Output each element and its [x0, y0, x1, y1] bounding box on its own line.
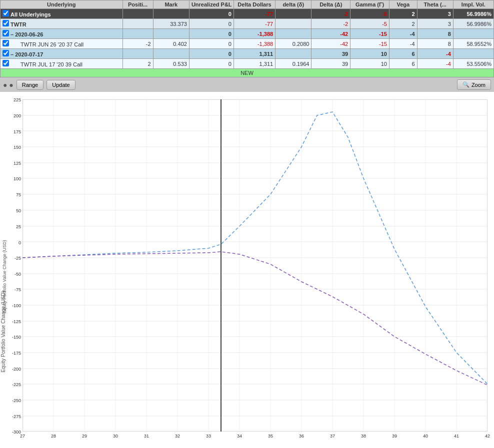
y-axis-title: Equity Portfolio Value Change (USD) [2, 240, 7, 314]
svg-text:200: 200 [14, 113, 21, 118]
row-opt2-delta-small: 0.1964 [276, 59, 312, 69]
row-opt1-unrealized-pnl: 0 [189, 39, 234, 49]
svg-text:50: 50 [16, 208, 21, 213]
row-exp2-delta-dollars: 1,311 [234, 49, 275, 59]
svg-text:100: 100 [14, 176, 21, 181]
row-twtr-delta-small [276, 19, 312, 29]
checkbox-opt1[interactable] [2, 40, 9, 46]
row-exp1-theta: 8 [417, 29, 453, 39]
row-opt2-unrealized-pnl: 0 [189, 59, 234, 69]
dots-indicator: ● ● [3, 81, 14, 89]
row-opt1-label-cell: TWTR JUN 26 '20 37 Call [0, 39, 123, 49]
row-twtr-delta-big: -2 [312, 19, 350, 29]
checkbox-opt2[interactable] [2, 60, 9, 66]
svg-text:41: 41 [454, 434, 459, 439]
row-twtr-position [122, 19, 153, 29]
col-header-delta-dollars: Delta Dollars [234, 0, 275, 9]
col-header-impl-vol: Impl. Vol. [453, 0, 494, 9]
row-opt1-gamma: -15 [350, 39, 390, 49]
expiry-label-exp2: – 2020-07-17 [10, 51, 43, 57]
portfolio-table: Underlying Positi... Mark Unrealized P&L… [0, 0, 494, 77]
svg-text:-225: -225 [12, 382, 21, 387]
row-exp1-mark [153, 29, 189, 39]
row-all-delta-dollars: -77 [234, 9, 275, 19]
svg-text:39: 39 [392, 434, 397, 439]
checkbox-all[interactable] [2, 10, 9, 16]
row-exp1-delta-dollars: -1,388 [234, 29, 275, 39]
expiry-label-exp1: – 2020-06-26 [10, 31, 43, 37]
svg-text:34: 34 [237, 434, 242, 439]
svg-text:175: 175 [14, 129, 21, 134]
svg-text:29: 29 [82, 434, 87, 439]
row-twtr-delta-dollars: -77 [234, 19, 275, 29]
col-header-position: Positi... [122, 0, 153, 9]
svg-text:27: 27 [20, 434, 25, 439]
chart-controls: ● ● Range Update 🔍 Zoom [0, 77, 494, 92]
svg-text:150: 150 [14, 145, 21, 150]
svg-text:38: 38 [361, 434, 366, 439]
row-twtr-label-cell: TWTR [0, 19, 123, 29]
row-opt1-vega: -4 [389, 39, 417, 49]
option-label-opt2: TWTR JUL 17 '20 39 Call [10, 61, 82, 67]
svg-text:35: 35 [268, 434, 273, 439]
row-opt2-mark: 0.533 [153, 59, 189, 69]
row-twtr-gamma: -5 [350, 19, 390, 29]
svg-text:31: 31 [144, 434, 149, 439]
row-exp2-theta: -4 [417, 49, 453, 59]
option-label-opt1: TWTR JUN 26 '20 37 Call [10, 41, 84, 47]
row-all-theta: 3 [417, 9, 453, 19]
row-exp1-delta-big: -42 [312, 29, 350, 39]
svg-text:33: 33 [206, 434, 211, 439]
svg-text:-175: -175 [12, 351, 21, 356]
svg-text:-50: -50 [14, 272, 21, 277]
svg-text:40: 40 [423, 434, 428, 439]
svg-text:-75: -75 [14, 287, 21, 292]
row-opt2-vega: 6 [389, 59, 417, 69]
row-exp1-gamma: -15 [350, 29, 390, 39]
row-opt2-position: 2 [122, 59, 153, 69]
row-exp2-vega: 6 [389, 49, 417, 59]
col-header-underlying: Underlying [0, 0, 123, 9]
svg-text:-150: -150 [12, 335, 21, 340]
svg-text:-125: -125 [12, 319, 21, 324]
row-exp1-unrealized-pnl: 0 [189, 29, 234, 39]
row-opt1-delta-big: -42 [312, 39, 350, 49]
chart-area: Equity Portfolio Value Change (USD) [0, 92, 494, 448]
row-opt2-gamma: 10 [350, 59, 390, 69]
checkbox-twtr[interactable] [2, 20, 9, 26]
row-twtr-vega: 2 [389, 19, 417, 29]
row-opt2-label-cell: TWTR JUL 17 '20 39 Call [0, 59, 123, 69]
svg-text:30: 30 [113, 434, 118, 439]
svg-text:37: 37 [330, 434, 335, 439]
col-header-delta-small: delta (δ) [276, 0, 312, 9]
checkbox-exp1[interactable] [2, 30, 9, 36]
row-exp2-gamma: 10 [350, 49, 390, 59]
svg-text:-200: -200 [12, 367, 21, 372]
row-opt2-impl-vol: 53.5506% [453, 59, 494, 69]
row-opt1-mark: 0.402 [153, 39, 189, 49]
row-opt1-delta-small: 0.2080 [276, 39, 312, 49]
row-exp2-mark [153, 49, 189, 59]
twtr-ticker: TWTR [10, 21, 26, 27]
row-exp1-impl-vol [453, 29, 494, 39]
checkbox-exp2[interactable] [2, 50, 9, 56]
row-all-mark [153, 9, 189, 19]
row-all-impl-vol: 56.9986% [453, 9, 494, 19]
svg-text:225: 225 [14, 97, 21, 102]
svg-text:-250: -250 [12, 398, 21, 403]
svg-text:0: 0 [18, 240, 21, 245]
update-button[interactable]: Update [46, 80, 75, 90]
row-twtr-impl-vol: 56.9986% [453, 19, 494, 29]
col-header-gamma: Gamma (Γ) [350, 0, 390, 9]
row-exp2-delta-big: 39 [312, 49, 350, 59]
new-row[interactable]: NEW [0, 69, 494, 77]
row-twtr-mark: 33.373 [153, 19, 189, 29]
x-axis-ticks: 27 28 29 30 31 32 33 34 35 36 37 38 39 4… [20, 434, 490, 439]
col-header-mark: Mark [153, 0, 189, 9]
row-opt2-delta-dollars: 1,311 [234, 59, 275, 69]
svg-text:28: 28 [51, 434, 56, 439]
label-all: All Underlyings [10, 11, 51, 17]
range-button[interactable]: Range [16, 80, 44, 90]
row-opt1-impl-vol: 58.9552% [453, 39, 494, 49]
zoom-button[interactable]: 🔍 Zoom [457, 79, 491, 90]
